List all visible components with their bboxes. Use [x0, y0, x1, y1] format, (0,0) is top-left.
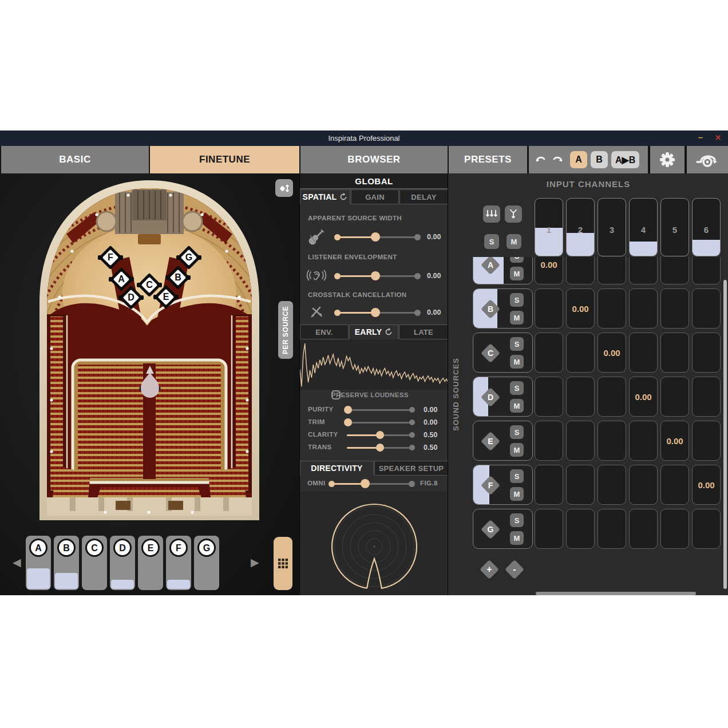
strip-scroll-left[interactable]: ◀	[13, 556, 21, 569]
matrix-cell-f2[interactable]	[566, 465, 595, 505]
tab-directivity[interactable]: DIRECTIVITY	[300, 461, 374, 476]
redo-icon[interactable]	[551, 154, 564, 165]
per-source-expand-button[interactable]	[275, 179, 293, 197]
reset-icon[interactable]	[339, 193, 347, 201]
mute-button-f[interactable]: M	[510, 487, 524, 501]
source-row-b[interactable]: BSM	[473, 288, 533, 329]
tab-late[interactable]: LATE	[399, 325, 448, 339]
source-strip-c[interactable]: C	[82, 536, 107, 590]
solo-button-g[interactable]: S	[510, 513, 524, 527]
apparent-source-width-slider[interactable]: 0.00	[300, 231, 448, 243]
matrix-cell-e2[interactable]	[566, 421, 595, 461]
input-meter-5[interactable]: 5	[660, 198, 689, 256]
matrix-cell-d4[interactable]: 0.00	[629, 377, 658, 417]
close-button[interactable]: ✕	[715, 133, 721, 142]
source-diamond-b[interactable]: B	[481, 299, 500, 319]
slider-thumb[interactable]	[361, 479, 370, 488]
matrix-cell-a4[interactable]	[629, 257, 658, 284]
slider-thumb[interactable]	[344, 406, 352, 414]
matrix-cell-g1[interactable]	[535, 509, 563, 549]
preserve-loudness-checkbox[interactable]	[331, 390, 341, 399]
mute-button-g[interactable]: M	[510, 531, 524, 545]
source-marker-e[interactable]: E	[153, 284, 179, 310]
matrix-cell-a2[interactable]	[566, 257, 595, 284]
ab-button-a[interactable]: A	[570, 151, 587, 168]
solo-button-f[interactable]: S	[510, 469, 524, 483]
strip-scroll-right[interactable]: ▶	[251, 556, 259, 569]
mute-button-c[interactable]: M	[510, 355, 524, 369]
bypass-button[interactable]	[687, 146, 728, 173]
matrix-cell-c6[interactable]	[692, 333, 721, 373]
ab-button-a▶b[interactable]: A▶B	[611, 151, 639, 168]
source-row-g[interactable]: GSM	[473, 509, 533, 549]
source-row-f[interactable]: FSM	[473, 465, 533, 505]
clarity-slider[interactable]: CLARITY0.50	[300, 429, 448, 441]
undo-icon[interactable]	[535, 154, 547, 165]
matrix-cell-d6[interactable]	[692, 377, 721, 417]
slider-thumb[interactable]	[344, 418, 352, 426]
input-meter-3[interactable]: 3	[598, 198, 626, 256]
slider-thumb[interactable]	[371, 271, 380, 280]
matrix-cell-b5[interactable]	[660, 288, 689, 329]
source-strip-g[interactable]: G	[194, 536, 219, 590]
matrix-cell-a3[interactable]	[598, 257, 626, 284]
add-source-button[interactable]: +	[480, 560, 499, 579]
purity-slider[interactable]: PURITY0.00	[300, 403, 448, 416]
matrix-cell-d3[interactable]	[598, 377, 626, 417]
source-strip-b[interactable]: B	[54, 536, 79, 590]
merge-routing-button[interactable]	[505, 205, 522, 223]
source-strip-d[interactable]: D	[110, 536, 135, 590]
slider-thumb[interactable]	[371, 232, 380, 242]
matrix-cell-c1[interactable]	[535, 333, 563, 373]
matrix-cell-e6[interactable]	[692, 421, 721, 461]
matrix-view-button[interactable]	[274, 537, 292, 590]
matrix-cell-a1[interactable]: 0.00	[535, 257, 563, 284]
tab-early[interactable]: EARLY	[349, 325, 398, 339]
tab-presets[interactable]: PRESETS	[449, 146, 527, 173]
matrix-cell-c2[interactable]	[566, 333, 595, 373]
matrix-cell-f5[interactable]	[660, 465, 689, 505]
matrix-cell-c3[interactable]: 0.00	[598, 333, 626, 373]
solo-all-button[interactable]: S	[484, 234, 499, 249]
source-strip-f[interactable]: F	[166, 536, 191, 590]
matrix-cell-c4[interactable]	[629, 333, 658, 373]
matrix-cell-e3[interactable]	[598, 421, 626, 461]
matrix-cell-c5[interactable]	[660, 333, 689, 373]
trans-slider[interactable]: TRANS0.50	[300, 441, 448, 454]
matrix-cell-f6[interactable]: 0.00	[692, 465, 721, 505]
mute-button-a[interactable]: M	[510, 267, 524, 280]
matrix-cell-g6[interactable]	[692, 509, 721, 549]
settings-button[interactable]	[650, 146, 685, 173]
listener-envelopment-slider[interactable]: 0.00	[300, 270, 448, 282]
solo-button-c[interactable]: S	[510, 337, 524, 351]
matrix-cell-e4[interactable]	[629, 421, 658, 461]
matrix-cell-e5[interactable]: 0.00	[660, 421, 689, 461]
matrix-cell-a5[interactable]	[660, 257, 689, 284]
input-meter-4[interactable]: 4	[629, 198, 658, 256]
matrix-cell-e1[interactable]	[535, 421, 563, 461]
route-all-button[interactable]	[483, 205, 500, 223]
matrix-cell-b3[interactable]	[598, 288, 626, 329]
source-row-c[interactable]: CSM	[473, 333, 533, 373]
matrix-cell-b2[interactable]: 0.00	[566, 288, 595, 329]
source-strip-a[interactable]: A	[26, 536, 51, 590]
remove-source-button[interactable]: -	[505, 560, 524, 579]
matrix-cell-f3[interactable]	[598, 465, 626, 505]
matrix-cell-g5[interactable]	[660, 509, 689, 549]
matrix-cell-d2[interactable]	[566, 377, 595, 417]
tab-gain[interactable]: GAIN	[351, 189, 399, 204]
matrix-cell-a6[interactable]	[692, 257, 721, 284]
tab-speaker-setup[interactable]: SPEAKER SETUP	[374, 461, 448, 476]
source-row-a[interactable]: ASM	[473, 257, 533, 284]
matrix-cell-g4[interactable]	[629, 509, 658, 549]
slider-thumb[interactable]	[376, 444, 384, 452]
matrix-cell-f1[interactable]	[535, 465, 563, 505]
hall-view[interactable]: FGABCDE	[37, 177, 262, 523]
input-meter-1[interactable]: 1	[535, 198, 563, 256]
matrix-cell-g2[interactable]	[566, 509, 595, 549]
source-diamond-c[interactable]: C	[481, 343, 500, 363]
solo-button-b[interactable]: S	[510, 293, 524, 307]
mute-all-button[interactable]: M	[507, 234, 521, 249]
solo-button-a[interactable]: S	[510, 257, 524, 263]
matrix-cell-b1[interactable]	[535, 288, 563, 329]
